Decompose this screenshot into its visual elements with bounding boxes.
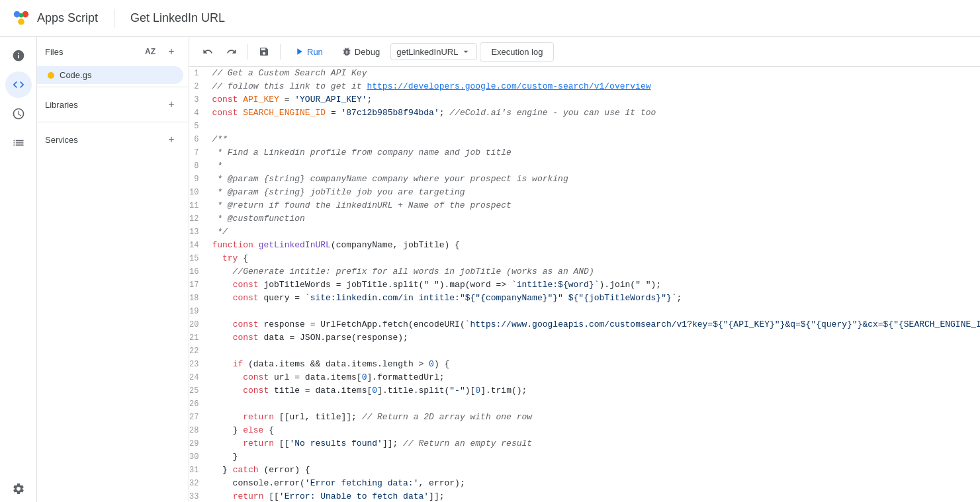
line-content: const SEARCH_ENGINE_ID = '87c12b985b8f94… xyxy=(206,106,980,120)
line-number: 11 xyxy=(189,199,206,212)
line-number: 28 xyxy=(189,424,206,437)
table-row: 22 xyxy=(189,345,980,358)
save-btn[interactable] xyxy=(253,41,275,62)
sort-icon: AZ xyxy=(145,47,156,56)
line-content: /** xyxy=(206,133,980,146)
line-content: // Get a Custom Search API Key xyxy=(206,67,980,80)
code-editor[interactable]: 1 // Get a Custom Search API Key 2 // fo… xyxy=(189,67,980,502)
table-row: 33 return [['Error: Unable to fetch data… xyxy=(189,490,980,502)
table-row: 31 } catch (error) { xyxy=(189,464,980,477)
toolbar-sep-1 xyxy=(247,44,248,60)
add-service-icon: + xyxy=(168,134,174,146)
line-content: } else { xyxy=(206,424,980,437)
line-content: // follow this link to get it https://de… xyxy=(206,80,980,93)
add-file-icon: + xyxy=(168,46,174,58)
table-row: 30 } xyxy=(189,450,980,464)
table-row: 4 const SEARCH_ENGINE_ID = '87c12b985b8f… xyxy=(189,106,980,120)
table-row: 14 function getLinkedInURL(companyName, … xyxy=(189,239,980,252)
table-row: 32 console.error('Error fetching data:',… xyxy=(189,477,980,490)
table-row: 23 if (data.items && data.items.length >… xyxy=(189,358,980,371)
undo-icon xyxy=(202,46,213,57)
execution-log-btn[interactable]: Execution log xyxy=(480,42,554,62)
toolbar-sep-2 xyxy=(280,44,281,60)
add-library-icon: + xyxy=(168,99,174,110)
debug-label: Debug xyxy=(355,47,380,57)
line-content: return [['Error: Unable to fetch data']]… xyxy=(206,490,980,502)
redo-btn[interactable] xyxy=(221,41,242,62)
execution-log-label: Execution log xyxy=(491,47,543,57)
line-content xyxy=(206,305,980,318)
table-row: 13 */ xyxy=(189,226,980,239)
line-number: 17 xyxy=(189,278,206,292)
code-gs-label: Code.gs xyxy=(60,70,91,80)
triggers-icon-btn[interactable] xyxy=(5,101,32,127)
line-content: * @customfunction xyxy=(206,212,980,226)
line-number: 19 xyxy=(189,305,206,318)
undo-btn[interactable] xyxy=(197,41,218,62)
line-number: 3 xyxy=(189,93,206,106)
table-row: 27 return [[url, title]]; // Return a 2D… xyxy=(189,411,980,424)
add-service-btn[interactable]: + xyxy=(162,130,181,149)
file-dot xyxy=(48,72,54,79)
line-content: const API_KEY = 'YOUR_API_KEY'; xyxy=(206,93,980,106)
table-row: 26 xyxy=(189,397,980,411)
files-header: Files AZ + xyxy=(37,37,189,66)
top-bar: Apps Script Get LinkedIn URL xyxy=(0,0,980,37)
line-content: * @param {string} jobTitle job you are t… xyxy=(206,186,980,199)
line-content: * xyxy=(206,159,980,173)
table-row: 7 * Find a Linkedin profile from company… xyxy=(189,146,980,159)
line-number: 2 xyxy=(189,80,206,93)
table-row: 28 } else { xyxy=(189,424,980,437)
executions-icon-btn[interactable] xyxy=(5,130,32,156)
line-content: console.error('Error fetching data:', er… xyxy=(206,477,980,490)
line-content: const title = data.items[0].title.split(… xyxy=(206,384,980,397)
add-library-btn[interactable]: + xyxy=(162,95,181,114)
run-btn[interactable]: Run xyxy=(286,42,331,61)
line-number: 6 xyxy=(189,133,206,146)
table-row: 8 * xyxy=(189,159,980,173)
overview-icon xyxy=(12,49,25,62)
table-row: 5 xyxy=(189,120,980,133)
function-name: getLinkedInURL xyxy=(396,47,458,57)
line-number: 32 xyxy=(189,477,206,490)
line-number: 25 xyxy=(189,384,206,397)
line-content: const query = `site:linkedin.com/in inti… xyxy=(206,292,980,305)
logo-area: Apps Script xyxy=(11,8,98,29)
line-content: * @param {string} companyName company wh… xyxy=(206,173,980,186)
settings-icon-btn[interactable] xyxy=(5,476,32,502)
add-file-btn[interactable]: + xyxy=(162,42,181,61)
table-row: 3 const API_KEY = 'YOUR_API_KEY'; xyxy=(189,93,980,106)
line-content: const jobTitleWords = jobTitle.split(" "… xyxy=(206,278,980,292)
table-row: 17 const jobTitleWords = jobTitle.split(… xyxy=(189,278,980,292)
sidebar-divider-1 xyxy=(37,87,189,87)
files-header-right: AZ + xyxy=(141,42,181,61)
line-content: * @return if found the linkedinURL + Nam… xyxy=(206,199,980,212)
dropdown-arrow-icon xyxy=(461,46,471,57)
line-number: 29 xyxy=(189,437,206,450)
line-number: 10 xyxy=(189,186,206,199)
line-content: //Generate intitle: prefix for all words… xyxy=(206,265,980,278)
overview-icon-btn[interactable] xyxy=(5,42,32,69)
svg-point-0 xyxy=(14,11,21,17)
function-select[interactable]: getLinkedInURL xyxy=(390,43,477,60)
line-content: return [['No results found']]; // Return… xyxy=(206,437,980,450)
editor-icon-btn[interactable] xyxy=(5,71,32,98)
run-label: Run xyxy=(307,47,323,57)
line-number: 26 xyxy=(189,397,206,411)
line-number: 1 xyxy=(189,67,206,80)
line-number: 13 xyxy=(189,226,206,239)
table-row: 25 const title = data.items[0].title.spl… xyxy=(189,384,980,397)
run-icon xyxy=(294,46,304,57)
main-layout: Files AZ + Code.gs Libraries + Service xyxy=(0,37,980,502)
table-row: 9 * @param {string} companyName company … xyxy=(189,173,980,186)
table-row: 19 xyxy=(189,305,980,318)
executions-icon xyxy=(12,136,25,149)
table-row: 20 const response = UrlFetchApp.fetch(en… xyxy=(189,318,980,331)
sort-files-btn[interactable]: AZ xyxy=(141,42,159,61)
line-number: 33 xyxy=(189,490,206,502)
line-number: 24 xyxy=(189,371,206,384)
line-content: const data = JSON.parse(response); xyxy=(206,331,980,345)
debug-btn[interactable]: Debug xyxy=(334,42,388,61)
code-gs-file[interactable]: Code.gs xyxy=(37,66,183,84)
line-number: 7 xyxy=(189,146,206,159)
